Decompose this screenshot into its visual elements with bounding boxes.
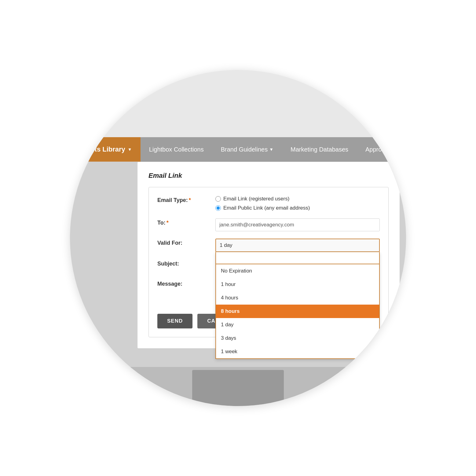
nav-approvals-label: Approvals [365, 146, 393, 153]
dropdown-item-1hour[interactable]: 1 hour [216, 278, 379, 291]
form-inner: Email Type:* Email Link (registered user… [148, 187, 389, 337]
valid-for-control: 1 day No Expiration 1 hour [215, 239, 380, 252]
top-area [70, 70, 406, 137]
bottom-image-area [70, 367, 406, 406]
email-link-dialog: Email Link Email Type:* Email Link (regi… [137, 162, 400, 349]
to-control [215, 218, 380, 231]
email-type-label: Email Type:* [157, 196, 215, 203]
dialog-title: Email Link [148, 172, 389, 180]
email-type-control: Email Link (registered users) Email Publ… [215, 196, 380, 211]
nav-brand[interactable]: Brand Guidelines ▼ [212, 137, 282, 162]
dropdown-item-8hours[interactable]: 8 hours [216, 305, 379, 318]
subject-label: Subject: [157, 259, 215, 267]
nav-marketing[interactable]: Marketing Databases [282, 137, 357, 162]
dropdown-item-1day[interactable]: 1 day [216, 318, 379, 331]
email-type-row: Email Type:* Email Link (registered user… [157, 196, 380, 211]
nav-admin[interactable]: Admin [401, 137, 406, 162]
to-input[interactable] [215, 218, 380, 231]
dropdown-item-4hours[interactable]: 4 hours [216, 291, 379, 305]
radio-registered-input[interactable] [215, 196, 221, 202]
app-container: Assets Library ▼ Lightbox Collections Br… [70, 70, 406, 406]
radio-public-label: Email Public Link (any email address) [223, 205, 310, 211]
nav-lightbox[interactable]: Lightbox Collections [141, 137, 212, 162]
dropdown-item-3days[interactable]: 3 days [216, 331, 379, 345]
nav-lightbox-label: Lightbox Collections [149, 146, 204, 153]
navbar: Assets Library ▼ Lightbox Collections Br… [70, 137, 406, 162]
nav-brand-label: Brand Guidelines [221, 146, 268, 153]
valid-for-select-display[interactable]: 1 day [215, 239, 380, 252]
brand-chevron-icon: ▼ [269, 147, 273, 152]
to-label: To:* [157, 218, 215, 226]
message-label: Message: [157, 280, 215, 287]
send-button[interactable]: SEND [157, 314, 192, 328]
nav-assets-library[interactable]: Assets Library ▼ [70, 137, 141, 162]
radio-public-option[interactable]: Email Public Link (any email address) [215, 205, 380, 211]
dialog-wrapper: Email Link Email Type:* Email Link (regi… [70, 162, 406, 367]
valid-for-label: Valid For: [157, 239, 215, 246]
radio-public-input[interactable] [215, 205, 221, 211]
nav-approvals[interactable]: Approvals [357, 137, 401, 162]
dropdown-item-1week[interactable]: 1 week [216, 345, 379, 358]
to-row: To:* [157, 218, 380, 231]
chevron-down-icon: ▼ [128, 147, 132, 152]
valid-for-dropdown: No Expiration 1 hour 4 hours 8 hours [215, 252, 380, 359]
valid-for-row: Valid For: 1 day No Expiration [157, 239, 380, 252]
valid-for-select-wrapper: 1 day No Expiration 1 hour [215, 239, 380, 252]
radio-registered-label: Email Link (registered users) [223, 196, 289, 202]
bottom-image-thumbnail [192, 370, 284, 406]
valid-for-current-value: 1 day [220, 242, 233, 248]
dropdown-search-input[interactable] [216, 252, 379, 264]
nav-marketing-label: Marketing Databases [291, 146, 348, 153]
radio-registered-option[interactable]: Email Link (registered users) [215, 196, 380, 202]
nav-assets-library-label: Assets Library [79, 145, 125, 153]
dropdown-item-no-expiration[interactable]: No Expiration [216, 264, 379, 278]
